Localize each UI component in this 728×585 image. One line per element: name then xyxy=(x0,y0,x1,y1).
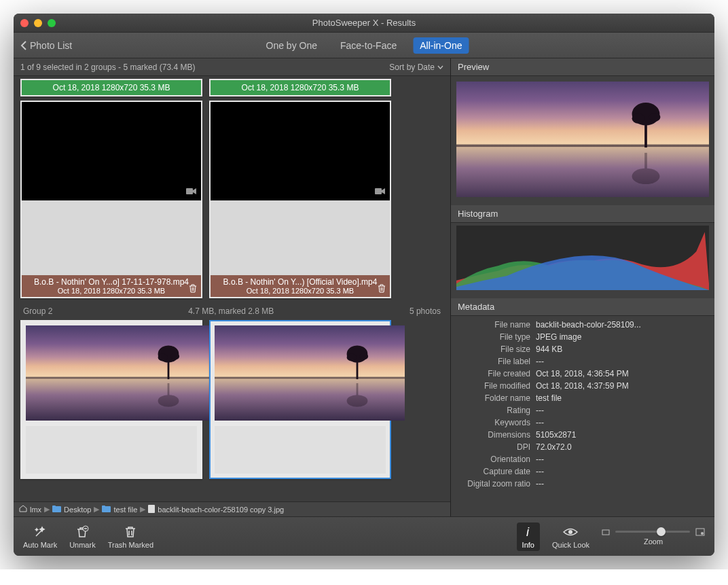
meta-rating: --- xyxy=(536,406,708,415)
chevron-down-icon xyxy=(437,65,443,69)
breadcrumb-segment[interactable]: backlit-beach-color-258109 copy 3.jpg xyxy=(158,506,284,514)
group-size: 4.7 MB, marked 2.8 MB xyxy=(188,306,274,316)
histogram-panel-header: Histogram xyxy=(451,205,714,223)
info-bar-marked: B.o.B - Nothin' On Y...o] 17-11-17-978.m… xyxy=(22,275,201,297)
quick-look-button[interactable]: Quick Look xyxy=(552,525,589,549)
file-meta-label: Oct 18, 2018 1280x720 35.3 MB xyxy=(22,287,201,295)
back-button[interactable]: Photo List xyxy=(20,40,72,51)
back-label: Photo List xyxy=(30,40,72,51)
svg-rect-10 xyxy=(375,188,382,194)
file-icon xyxy=(148,505,155,514)
tab-all-in-one[interactable]: All-in-One xyxy=(413,37,469,54)
folder-icon xyxy=(102,506,111,514)
auto-mark-button[interactable]: Auto Mark xyxy=(23,525,57,549)
maximize-window-button[interactable] xyxy=(48,19,56,27)
selection-status: 1 of 9 selected in 2 groups - 5 marked (… xyxy=(20,63,195,72)
thumbnail-card-selected[interactable] xyxy=(209,320,391,479)
window-title: PhotoSweeper X - Results xyxy=(312,18,416,28)
svg-rect-9 xyxy=(186,188,193,194)
meta-orientation: --- xyxy=(536,455,708,464)
group-name: Group 2 xyxy=(23,306,52,316)
breadcrumb-segment[interactable]: lmx xyxy=(30,506,41,514)
close-window-button[interactable] xyxy=(20,19,29,27)
wand-icon xyxy=(33,525,47,539)
thumbnail-card[interactable] xyxy=(20,320,202,479)
info-bar-kept: Oct 18, 2018 1280x720 35.3 MB xyxy=(22,80,201,95)
meta-filesize: 944 KB xyxy=(536,344,708,354)
zoom-track[interactable] xyxy=(615,531,690,533)
sort-dropdown[interactable]: Sort by Date xyxy=(389,63,443,72)
zoom-knob[interactable] xyxy=(657,527,666,536)
thumbnail-padding xyxy=(211,200,390,275)
video-icon xyxy=(375,185,386,198)
svg-rect-15 xyxy=(148,505,155,513)
thumbnail-padding xyxy=(22,200,201,275)
preview-panel-header: Preview xyxy=(451,58,714,76)
thumbnail-card[interactable]: B.o.B - Nothin' On Y...o] 17-11-17-978.m… xyxy=(20,101,202,298)
meta-filecreated: Oct 18, 2018, 4:36:54 PM xyxy=(536,369,708,378)
thumbnail-card[interactable]: B.o.B - Nothin' On Y...) [Official Video… xyxy=(209,101,391,298)
meta-filename: backlit-beach-color-258109... xyxy=(536,320,708,330)
info-bar-kept: Oct 18, 2018 1280x720 35.3 MB xyxy=(211,80,390,95)
meta-digitalzoom: --- xyxy=(536,479,708,489)
trash-icon xyxy=(124,525,136,539)
breadcrumb-segment[interactable]: test file xyxy=(113,506,137,514)
meta-foldername: test file xyxy=(536,393,708,403)
meta-filelabel: --- xyxy=(536,357,708,366)
folder-icon xyxy=(52,506,61,514)
filename-label: B.o.B - Nothin' On Y...) [Official Video… xyxy=(211,277,390,287)
eye-icon xyxy=(563,525,578,539)
metadata-panel-header: Metadata xyxy=(451,298,714,316)
svg-rect-12 xyxy=(52,506,56,508)
info-button[interactable]: i Info xyxy=(517,522,540,551)
trash-marked-button[interactable]: Trash Marked xyxy=(108,525,153,549)
filename-label: B.o.B - Nothin' On Y...o] 17-11-17-978.m… xyxy=(22,277,201,287)
preview-image xyxy=(456,82,709,197)
zoom-slider[interactable]: Zoom xyxy=(602,528,705,546)
image-thumbnail xyxy=(215,325,405,421)
app-window: PhotoSweeper X - Results Photo List One … xyxy=(14,14,714,556)
file-meta-label: Oct 18, 2018 1280x720 35.3 MB xyxy=(211,287,390,295)
meta-filetype: JPEG image xyxy=(536,332,708,342)
group-count: 5 photos xyxy=(410,306,441,316)
video-icon xyxy=(186,185,197,198)
meta-dpi: 72.0x72.0 xyxy=(536,442,708,452)
svg-rect-19 xyxy=(602,530,609,535)
bottom-toolbar: Auto Mark Unmark Trash Marked i Info Qui… xyxy=(14,516,714,556)
zoom-in-icon xyxy=(695,528,705,536)
toolbar: Photo List One by One Face-to-Face All-i… xyxy=(14,33,714,58)
home-icon xyxy=(19,505,27,514)
metadata-table: File namebacklit-beach-color-258109... F… xyxy=(451,316,714,493)
video-thumbnail xyxy=(22,102,201,200)
unmark-icon xyxy=(75,525,89,539)
breadcrumb: lmx ▶ Desktop ▶ test file ▶ backlit-beac… xyxy=(14,501,450,516)
tab-face-to-face[interactable]: Face-to-Face xyxy=(333,37,403,54)
histogram xyxy=(451,223,714,298)
unmark-button[interactable]: Unmark xyxy=(69,525,96,549)
video-thumbnail xyxy=(211,102,390,200)
meta-dimensions: 5105x2871 xyxy=(536,430,708,440)
tab-one-by-one[interactable]: One by One xyxy=(259,37,325,54)
svg-text:i: i xyxy=(526,526,530,538)
trash-icon[interactable] xyxy=(378,284,386,295)
group-header: Group 2 4.7 MB, marked 2.8 MB 5 photos xyxy=(20,302,443,320)
svg-point-18 xyxy=(568,530,572,534)
meta-keywords: --- xyxy=(536,418,708,427)
thumbnail-card[interactable]: Oct 18, 2018 1280x720 35.3 MB xyxy=(209,79,391,96)
meta-capturedate: --- xyxy=(536,467,708,476)
trash-icon[interactable] xyxy=(189,284,197,295)
info-bar-marked: B.o.B - Nothin' On Y...) [Official Video… xyxy=(211,275,390,297)
image-thumbnail xyxy=(26,325,216,421)
svg-rect-14 xyxy=(102,506,105,508)
meta-filemodified: Oct 18, 2018, 4:37:59 PM xyxy=(536,381,708,391)
titlebar: PhotoSweeper X - Results xyxy=(14,14,714,33)
breadcrumb-segment[interactable]: Desktop xyxy=(64,506,91,514)
zoom-out-icon xyxy=(602,529,610,535)
svg-point-21 xyxy=(701,532,704,535)
status-bar: 1 of 9 selected in 2 groups - 5 marked (… xyxy=(14,58,450,76)
info-icon: i xyxy=(523,525,534,539)
minimize-window-button[interactable] xyxy=(34,19,42,27)
thumbnail-card[interactable]: Oct 18, 2018 1280x720 35.3 MB xyxy=(20,79,202,96)
